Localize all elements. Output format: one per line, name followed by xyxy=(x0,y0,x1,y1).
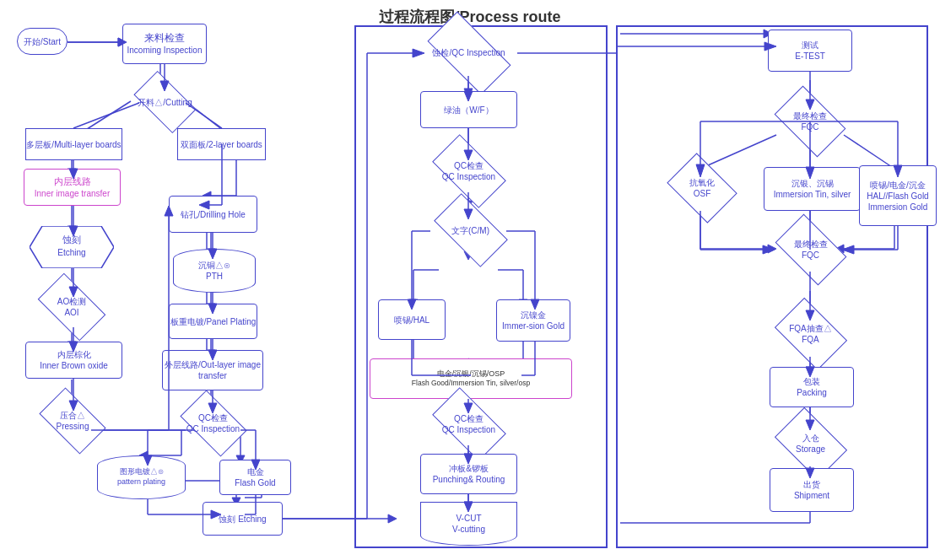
green-oil-node: 绿油（W/F） xyxy=(420,91,517,128)
multilayer-node: 多层板/Multi-layer boards xyxy=(25,128,122,160)
punching-node: 冲板&锣板 Punching& Routing xyxy=(420,454,517,494)
pattern-plating-node: 图形电镀△⊙ pattern plating xyxy=(97,455,186,499)
qc-insp-top-node: 蚀检/QC Inspection xyxy=(416,30,521,76)
osf-node: 抗氧化OSF xyxy=(660,164,744,211)
shipment-node: 出货 Shipment xyxy=(770,468,854,512)
svg-line-70 xyxy=(700,135,776,169)
drilling-node: 钻孔/Drilling Hole xyxy=(169,196,257,233)
etching-node: 蚀刻 Etching xyxy=(30,226,114,268)
immersion-tin-silver-node: 沉银、沉锡 Immersion Tin, silver xyxy=(764,167,861,211)
text-cm-node: 文字(C/M) xyxy=(422,209,519,251)
fqa-node: FQA抽查△FQA xyxy=(766,310,855,357)
doublelayer-node: 双面板/2-layer boards xyxy=(177,128,266,160)
qc3-node: QC检查QC Inspection xyxy=(420,403,517,445)
fqc2-node: 最终检查FQC xyxy=(766,228,855,272)
incoming-inspection-node: 来料检查 Incoming Inspection xyxy=(122,24,207,64)
svg-marker-94 xyxy=(30,226,114,268)
qc2-node: QC检查QC Inspection xyxy=(420,150,517,192)
svg-text:蚀刻: 蚀刻 xyxy=(62,234,81,245)
pth-node: 沉铜△⊙ PTH xyxy=(173,249,256,293)
qc1-node: QC检查QC Inspection xyxy=(169,403,257,444)
diagram: 过程流程图/Process route xyxy=(0,0,940,560)
aoi-node: AO检测AOI xyxy=(25,287,118,327)
hal-node: 喷锡/HAL xyxy=(378,299,446,340)
inner-brown-node: 内层棕化 Inner Brown oxide xyxy=(25,342,122,379)
outer-image-node: 外层线路/Out-layer image transfer xyxy=(162,350,263,390)
immersion-gold-node: 沉镍金 Immer-sion Gold xyxy=(496,299,570,342)
cutting-node: 开料△/Cutting xyxy=(121,81,209,123)
hal-flash-immersion-node: 喷锡/电金/沉金 HAL//Flash Gold Immersion Gold xyxy=(859,165,937,226)
inner-image-node: 内层线路 Inner image transfer xyxy=(24,169,121,206)
svg-marker-42 xyxy=(388,514,397,523)
packing-node: 包装 Packing xyxy=(770,367,854,407)
panel-plating-node: 板重电镀/Panel Plating xyxy=(169,304,257,339)
storage-node: 入仓Storage xyxy=(766,420,855,466)
svg-text:Etching: Etching xyxy=(57,248,85,257)
etest-node: 测试 E-TEST xyxy=(768,30,852,72)
fqc-top-node: 最终检查FQC xyxy=(768,100,852,143)
flash-gold-node: 电金 Flash Gold xyxy=(219,460,291,495)
etching2-node: 蚀刻 Etching xyxy=(203,502,283,536)
vcut-node: V-CUT V-cutting xyxy=(420,502,517,546)
flash-good-node: 电金/沉银/沉锡/OSP Flash Good/Immersion Tin, s… xyxy=(370,358,572,399)
start-node: 开始/Start xyxy=(17,28,68,55)
pressing-node: 压合△Pressing xyxy=(27,401,118,441)
